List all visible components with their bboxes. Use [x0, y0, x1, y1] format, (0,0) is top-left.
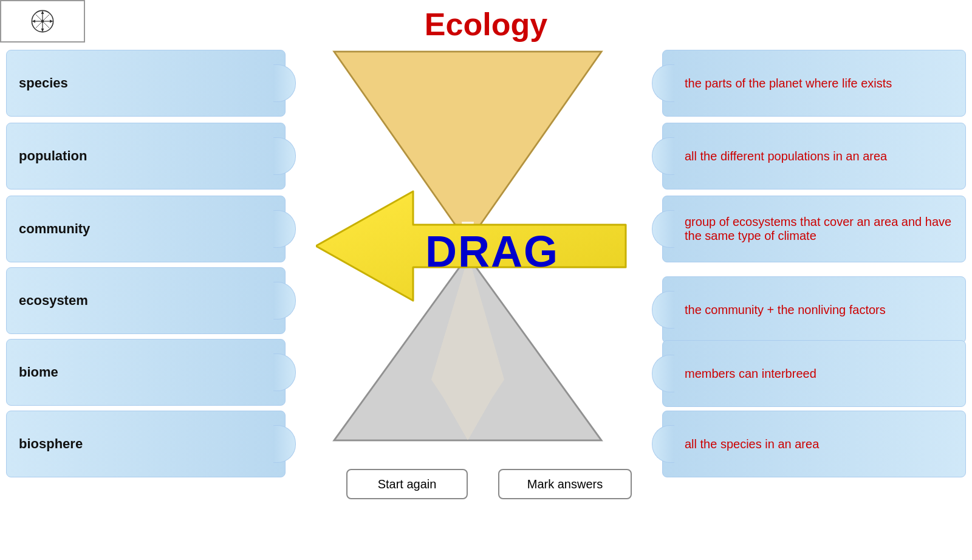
mark-answers-button[interactable]: Mark answers	[498, 469, 632, 499]
svg-text:DRAG: DRAG	[425, 227, 559, 276]
left-card-community[interactable]: community	[6, 196, 286, 262]
right-card-def-species[interactable]: members can interbreed	[662, 340, 966, 407]
left-card-population[interactable]: population	[6, 123, 286, 190]
start-again-button[interactable]: Start again	[346, 469, 468, 499]
svg-point-5	[41, 20, 44, 23]
right-card-def-biosphere[interactable]: the parts of the planet where life exist…	[662, 50, 966, 117]
right-card-def-ecosystem[interactable]: the community + the nonliving factors	[662, 276, 966, 343]
right-card-def-community[interactable]: all the different populations in an area	[662, 123, 966, 190]
hourglass-area: DRAG	[298, 46, 638, 452]
drag-arrow: DRAG	[316, 185, 632, 307]
left-card-species[interactable]: species	[6, 50, 286, 117]
right-card-def-population[interactable]: all the species in an area	[662, 411, 966, 477]
right-card-def-biome[interactable]: group of ecosystems that cover an area a…	[662, 196, 966, 262]
left-card-biosphere[interactable]: biosphere	[6, 411, 286, 477]
left-card-biome[interactable]: biome	[6, 339, 286, 406]
compass-button[interactable]	[0, 0, 85, 43]
page-title: Ecology	[0, 6, 972, 43]
compass-icon	[30, 9, 55, 33]
drag-arrow-svg: DRAG	[316, 185, 632, 307]
left-card-ecosystem[interactable]: ecosystem	[6, 267, 286, 334]
